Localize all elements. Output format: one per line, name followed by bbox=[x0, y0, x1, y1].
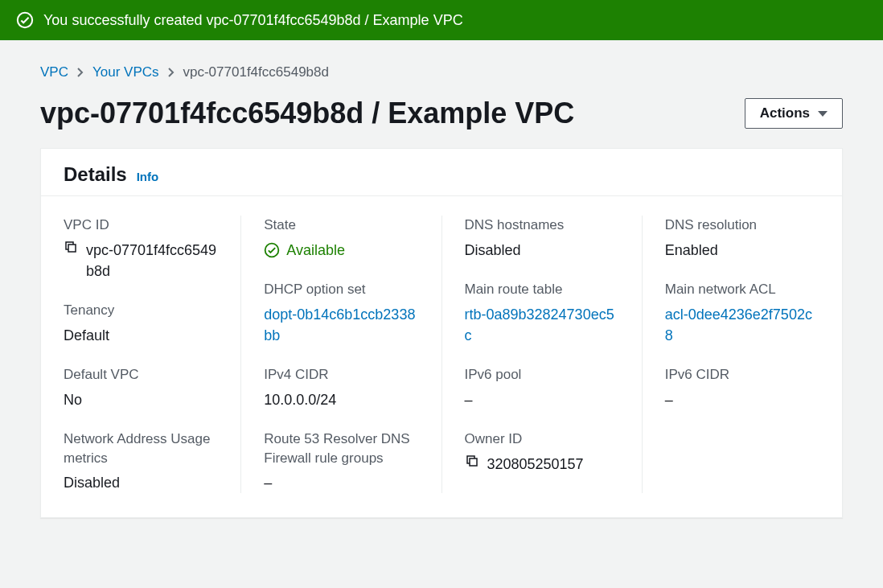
r53-value: – bbox=[264, 472, 418, 493]
nau-value: Disabled bbox=[64, 472, 218, 493]
success-banner: You successfully created vpc-07701f4fcc6… bbox=[0, 0, 883, 40]
panel-title: Details bbox=[64, 163, 127, 186]
field-nau: Network Address Usage metrics Disabled bbox=[64, 430, 218, 494]
dns-host-value: Disabled bbox=[465, 240, 619, 261]
details-col-2: State Available DHCP option set dopt-0b1… bbox=[241, 216, 442, 493]
details-panel: Details Info VPC ID vpc-07701f4fcc6549b8… bbox=[40, 148, 843, 518]
field-tenancy: Tenancy Default bbox=[64, 301, 218, 346]
field-label: State bbox=[264, 216, 418, 235]
field-dhcp: DHCP option set dopt-0b14c6b1ccb2338bb bbox=[264, 280, 418, 346]
ipv4-value: 10.0.0.0/24 bbox=[264, 389, 418, 410]
field-main-nacl: Main network ACL acl-0dee4236e2f7502c8 bbox=[665, 280, 819, 346]
breadcrumb: VPC Your VPCs vpc-07701f4fcc6549b8d bbox=[40, 64, 843, 80]
actions-label: Actions bbox=[760, 105, 810, 121]
field-ipv6-cidr: IPv6 CIDR – bbox=[665, 365, 819, 410]
breadcrumb-vpc[interactable]: VPC bbox=[40, 64, 68, 80]
field-default-vpc: Default VPC No bbox=[64, 365, 218, 410]
field-label: VPC ID bbox=[64, 216, 218, 235]
copy-icon[interactable] bbox=[465, 454, 479, 468]
field-label: Owner ID bbox=[465, 430, 619, 449]
field-label: IPv6 pool bbox=[465, 365, 619, 384]
field-label: Default VPC bbox=[64, 365, 218, 384]
page-header: vpc-07701f4fcc6549b8d / Example VPC Acti… bbox=[40, 97, 843, 130]
field-label: Main network ACL bbox=[665, 280, 819, 299]
details-col-3: DNS hostnames Disabled Main route table … bbox=[442, 216, 643, 493]
dns-res-value: Enabled bbox=[665, 240, 819, 261]
field-r53: Route 53 Resolver DNS Firewall rule grou… bbox=[264, 430, 418, 494]
dhcp-link[interactable]: dopt-0b14c6b1ccb2338bb bbox=[264, 306, 415, 343]
caret-down-icon bbox=[818, 111, 828, 117]
field-label: DNS hostnames bbox=[465, 216, 619, 235]
breadcrumb-your-vpcs[interactable]: Your VPCs bbox=[92, 64, 159, 80]
field-label: DNS resolution bbox=[665, 216, 819, 235]
success-check-icon bbox=[16, 11, 34, 29]
ipv6cidr-value: – bbox=[665, 389, 819, 410]
field-label: IPv4 CIDR bbox=[264, 365, 418, 384]
field-ipv4: IPv4 CIDR 10.0.0.0/24 bbox=[264, 365, 418, 410]
field-label: Network Address Usage metrics bbox=[64, 430, 218, 468]
field-label: Tenancy bbox=[64, 301, 218, 320]
field-vpc-id: VPC ID vpc-07701f4fcc6549b8d bbox=[64, 216, 218, 282]
details-col-1: VPC ID vpc-07701f4fcc6549b8d Tenancy Def… bbox=[41, 216, 241, 493]
field-ipv6-pool: IPv6 pool – bbox=[465, 365, 619, 410]
info-link[interactable]: Info bbox=[137, 170, 159, 183]
copy-icon[interactable] bbox=[64, 240, 78, 254]
vpc-id-value: vpc-07701f4fcc6549b8d bbox=[86, 240, 218, 282]
default-vpc-value: No bbox=[64, 389, 218, 410]
breadcrumb-current: vpc-07701f4fcc6549b8d bbox=[183, 64, 329, 80]
svg-rect-1 bbox=[68, 245, 76, 252]
chevron-right-icon bbox=[76, 67, 84, 78]
field-label: Main route table bbox=[465, 280, 619, 299]
tenancy-value: Default bbox=[64, 325, 218, 346]
field-label: Route 53 Resolver DNS Firewall rule grou… bbox=[264, 430, 418, 468]
field-label: IPv6 CIDR bbox=[665, 365, 819, 384]
field-label: DHCP option set bbox=[264, 280, 418, 299]
field-dns-resolution: DNS resolution Enabled bbox=[665, 216, 819, 261]
chevron-right-icon bbox=[167, 67, 175, 78]
check-circle-icon bbox=[264, 242, 280, 258]
details-grid: VPC ID vpc-07701f4fcc6549b8d Tenancy Def… bbox=[41, 196, 842, 517]
page-title: vpc-07701f4fcc6549b8d / Example VPC bbox=[40, 97, 574, 130]
field-main-route-table: Main route table rtb-0a89b32824730ec5c bbox=[465, 280, 619, 346]
panel-header: Details Info bbox=[41, 149, 842, 196]
field-owner-id: Owner ID 320805250157 bbox=[465, 430, 619, 475]
owner-value: 320805250157 bbox=[487, 454, 584, 475]
mrt-link[interactable]: rtb-0a89b32824730ec5c bbox=[465, 306, 614, 343]
ipv6pool-value: – bbox=[465, 389, 619, 410]
details-col-4: DNS resolution Enabled Main network ACL … bbox=[643, 216, 842, 493]
svg-rect-3 bbox=[470, 458, 477, 466]
success-message: You successfully created vpc-07701f4fcc6… bbox=[43, 12, 463, 29]
field-dns-hostnames: DNS hostnames Disabled bbox=[465, 216, 619, 261]
field-state: State Available bbox=[264, 216, 418, 261]
mnacl-link[interactable]: acl-0dee4236e2f7502c8 bbox=[665, 306, 812, 343]
actions-button[interactable]: Actions bbox=[745, 98, 843, 129]
state-value: Available bbox=[286, 240, 345, 261]
